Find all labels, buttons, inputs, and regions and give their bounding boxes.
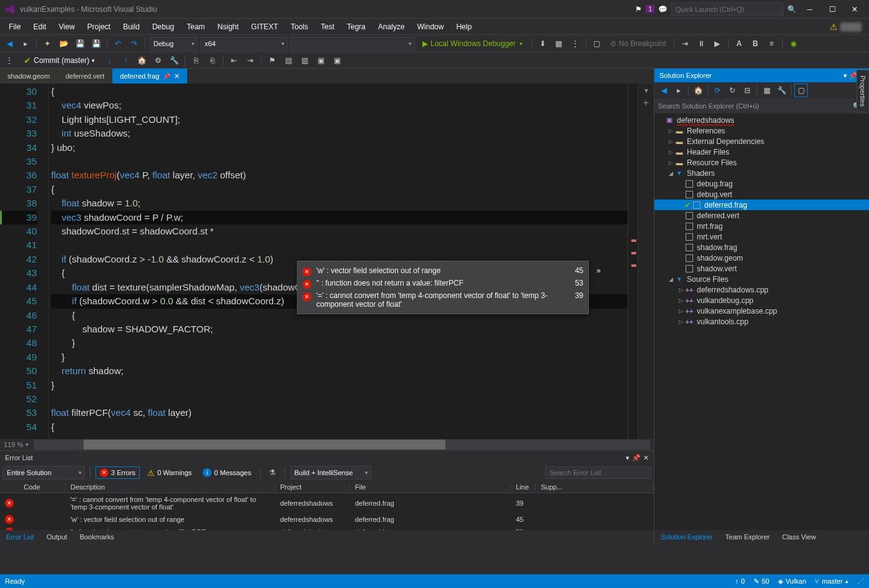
errors-filter[interactable]: ✕3 Errors: [95, 466, 140, 479]
build-combo[interactable]: Build + IntelliSense: [290, 466, 371, 480]
add-icon[interactable]: +: [643, 97, 649, 108]
menu-file[interactable]: File: [2, 20, 27, 34]
tree-file[interactable]: deferred.vert: [654, 210, 869, 221]
showall-icon[interactable]: ▦: [760, 84, 774, 97]
tree-file[interactable]: ▷++deferredshadows.cpp: [654, 284, 869, 295]
menu-nsight[interactable]: Nsight: [211, 20, 245, 34]
pin-icon[interactable]: 📌: [632, 454, 641, 462]
nav-back-icon[interactable]: ◀: [2, 37, 16, 51]
bm2-icon[interactable]: ⎗: [205, 54, 219, 67]
open-icon[interactable]: 📂: [57, 37, 70, 51]
indent2-icon[interactable]: ⇥: [243, 54, 257, 67]
tab-shadow-geom[interactable]: shadow.geom: [0, 69, 58, 84]
new-project-icon[interactable]: ✦: [41, 37, 54, 51]
warnings-filter[interactable]: ⚠0 Warnings: [143, 467, 195, 479]
collapse-icon[interactable]: ⊟: [740, 84, 754, 97]
tab-output[interactable]: Output: [41, 531, 74, 542]
col-supp[interactable]: Supp...: [536, 483, 654, 491]
signin[interactable]: ████: [840, 22, 862, 31]
tree-file[interactable]: shadow.frag: [654, 242, 869, 253]
filter-icon[interactable]: ⚗: [266, 466, 279, 480]
col-code[interactable]: Code: [19, 483, 66, 491]
box1-icon[interactable]: ▣: [314, 54, 328, 67]
dropdown-icon[interactable]: ▾: [843, 72, 847, 80]
tree-folder-sources[interactable]: ◢▾Source Files: [654, 274, 869, 284]
col-line[interactable]: Line: [511, 483, 536, 491]
properties-tab[interactable]: Properties: [857, 70, 869, 112]
menu-team[interactable]: Team: [180, 20, 211, 34]
more-icon[interactable]: »: [596, 266, 601, 275]
status-branch[interactable]: ⑂master▴: [815, 577, 848, 585]
menu-debug[interactable]: Debug: [146, 20, 180, 34]
notif-badge[interactable]: 1: [646, 5, 654, 13]
uncomment-icon[interactable]: ▥: [298, 54, 311, 67]
flag2-icon[interactable]: ⚑: [265, 54, 279, 67]
menu-test[interactable]: Test: [314, 20, 341, 34]
tab-deferred-frag[interactable]: deferred.frag📌✕: [112, 69, 188, 84]
indent1-icon[interactable]: ⇤: [227, 54, 241, 67]
dbg1-icon[interactable]: ⇥: [678, 37, 692, 51]
menu-tegra[interactable]: Tegra: [341, 20, 372, 34]
h-scrollbar[interactable]: [34, 440, 650, 450]
tree-folder[interactable]: ▷▬References: [654, 125, 869, 136]
tb2-icon1[interactable]: ⋮: [2, 54, 16, 67]
dropdown-icon[interactable]: ▾: [626, 454, 629, 462]
menu-analyze[interactable]: Analyze: [372, 20, 411, 34]
dbg2-icon[interactable]: ⏸: [694, 37, 708, 51]
tree-folder[interactable]: ▷▬Header Files: [654, 147, 869, 157]
tree-file[interactable]: debug.vert: [654, 189, 869, 200]
tab-deferred-vert[interactable]: deferred.vert: [58, 69, 112, 84]
git-pull-icon[interactable]: ↓: [102, 54, 116, 67]
git-push-icon[interactable]: ↑: [119, 54, 132, 67]
startup-combo[interactable]: [290, 37, 415, 51]
properties-icon[interactable]: 🔧: [775, 84, 789, 97]
menu-view[interactable]: View: [52, 20, 81, 34]
error-search-input[interactable]: [545, 466, 651, 479]
nav-fwd-icon[interactable]: ▸: [19, 37, 32, 51]
flag-icon[interactable]: ⚑: [635, 5, 642, 14]
tree-file[interactable]: shadow.geom: [654, 253, 869, 263]
home-icon[interactable]: 🏠: [691, 84, 705, 97]
tree-file[interactable]: shadow.vert: [654, 263, 869, 274]
status-publish[interactable]: ↑0: [735, 577, 745, 585]
config-combo[interactable]: Debug: [149, 37, 198, 51]
step-icon[interactable]: ⬇: [536, 37, 550, 51]
tree-file[interactable]: ▷++vulkantools.cpp: [654, 316, 869, 327]
tree-file[interactable]: ▷++vulkandebug.cpp: [654, 295, 869, 306]
scope-combo[interactable]: Entire Solution: [2, 466, 85, 480]
tree-file[interactable]: mrt.vert: [654, 231, 869, 242]
zoom-level[interactable]: 119 %: [4, 441, 23, 448]
menu-edit[interactable]: Edit: [27, 20, 52, 34]
tree-folder[interactable]: ▷▬Resource Files: [654, 157, 869, 168]
nvidia-icon[interactable]: ◉: [787, 37, 800, 51]
start-debug-button[interactable]: ▶ Local Windows Debugger ▾: [417, 39, 528, 48]
messages-filter[interactable]: i0 Messages: [199, 467, 255, 478]
error-row[interactable]: ✕ '=' : cannot convert from 'temp 4-comp…: [0, 493, 654, 513]
split-icon[interactable]: ▾: [644, 86, 648, 95]
undo-icon[interactable]: ↶: [111, 37, 125, 51]
status-lang[interactable]: ◈Vulkan: [778, 577, 806, 586]
tree-folder-shaders[interactable]: ◢▾Shaders: [654, 168, 869, 178]
nav-fwd-icon[interactable]: ▸: [672, 84, 686, 97]
resize-grip-icon[interactable]: ⋰: [857, 577, 864, 586]
save-all-icon[interactable]: 💾: [89, 37, 103, 51]
tab-error-list[interactable]: Error List: [0, 531, 41, 542]
menu-project[interactable]: Project: [81, 20, 117, 34]
git-tools-icon[interactable]: 🔧: [167, 54, 181, 67]
box2-icon[interactable]: ▣: [330, 54, 344, 67]
warning-icon[interactable]: ⚠: [830, 22, 838, 32]
save-icon[interactable]: 💾: [73, 37, 87, 51]
tab-team-explorer[interactable]: Team Explorer: [719, 531, 776, 542]
search-icon[interactable]: 🔍: [787, 5, 797, 14]
git-home-icon[interactable]: 🏠: [135, 54, 148, 67]
tree-file[interactable]: mrt.frag: [654, 221, 869, 231]
list-icon[interactable]: ≡: [765, 37, 779, 51]
git-gear-icon[interactable]: ⚙: [151, 54, 165, 67]
menu-window[interactable]: Window: [411, 20, 450, 34]
menu-help[interactable]: Help: [450, 20, 478, 34]
tree-file[interactable]: debug.frag: [654, 178, 869, 189]
col-file[interactable]: File: [350, 483, 511, 491]
misc-icon[interactable]: ⋮: [568, 37, 582, 51]
error-row[interactable]: ✕ 'w' : vector field selection out of ra…: [0, 513, 654, 526]
tree-file[interactable]: ▷++vulkanexamplebase.cpp: [654, 306, 869, 316]
